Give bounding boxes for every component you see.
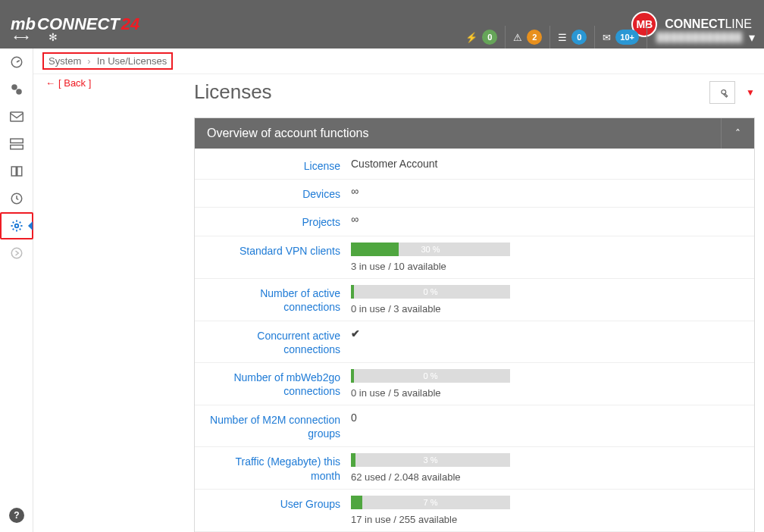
label-web2go: Number of mbWeb2go connections xyxy=(207,369,351,398)
svg-rect-3 xyxy=(11,112,23,121)
svg-point-8 xyxy=(11,248,22,258)
sidebar-server[interactable] xyxy=(0,130,33,158)
sidebar-clock[interactable] xyxy=(0,185,33,212)
breadcrumb-current: In Use/Licenses xyxy=(97,55,168,67)
page-header: Licenses ▼ xyxy=(194,74,755,117)
sidebar-book[interactable] xyxy=(0,158,33,185)
sub-user-groups: 17 in use / 255 available xyxy=(351,514,742,525)
alert-icon: ⚠ xyxy=(513,32,522,43)
bar-active-conn: 0 % xyxy=(351,285,510,299)
topbar: mb CONNECT 24 MB CONNECTLINE ⟷ ⚡ 0 ⚠ 2 xyxy=(0,0,764,49)
row-active-conn: Number of active connections 0 % 0 in us… xyxy=(195,278,754,321)
bar-user-groups: 7 % xyxy=(351,496,510,509)
value-license: Customer Account xyxy=(351,158,742,170)
bar-vpn-pct: 30 % xyxy=(351,243,510,256)
label-devices: Devices xyxy=(207,186,351,201)
label-vpn: Standard VPN clients xyxy=(207,243,351,258)
status-inbox-badge: 0 xyxy=(571,30,587,45)
sub-web2go: 0 in use / 5 available xyxy=(351,387,742,399)
svg-rect-4 xyxy=(11,139,23,142)
sidebar-mail[interactable] xyxy=(0,103,33,130)
svg-point-2 xyxy=(16,89,22,95)
status-group: ⚡ 0 ⚠ 2 ☰ 0 ✉ 10+ xyxy=(458,26,647,49)
bolt-icon: ⚡ xyxy=(465,32,478,43)
wrench-icon xyxy=(716,86,728,99)
settings-button[interactable] xyxy=(709,81,735,104)
sidebar-dashboard[interactable] xyxy=(0,49,33,76)
sidebar-more[interactable] xyxy=(0,239,33,267)
value-m2m: 0 xyxy=(351,412,742,424)
bar-active-conn-pct: 0 % xyxy=(351,285,510,299)
sidebar: ? xyxy=(0,49,33,532)
row-traffic: Traffic (Megabyte) this month 3 % 62 use… xyxy=(195,446,754,489)
overview-panel: Overview of account functions ˄ License … xyxy=(194,117,755,532)
sidebar-help[interactable]: ? xyxy=(0,508,33,523)
chevron-up-icon: ˄ xyxy=(735,127,741,139)
chevron-down-icon: ▾ xyxy=(749,30,755,45)
value-projects: ∞ xyxy=(351,214,742,224)
panel-header: Overview of account functions ˄ xyxy=(195,118,754,149)
sub-active-conn: 0 in use / 3 available xyxy=(351,303,742,315)
panel-collapse[interactable]: ˄ xyxy=(721,118,754,149)
row-license: License Customer Account xyxy=(195,152,754,179)
row-devices: Devices ∞ xyxy=(195,179,754,207)
topbar-lower: ⟷ ⚡ 0 ⚠ 2 ☰ 0 ✉ 10+ xyxy=(0,26,764,49)
value-concurrent: ✔ xyxy=(351,327,742,340)
bar-web2go: 0 % xyxy=(351,369,510,383)
label-projects: Projects xyxy=(207,214,351,229)
svg-point-1 xyxy=(11,84,17,90)
status-inbox[interactable]: ☰ 0 xyxy=(550,26,594,49)
svg-point-7 xyxy=(15,224,19,228)
status-mail[interactable]: ✉ 10+ xyxy=(594,26,647,49)
back-label: [ Back ] xyxy=(58,77,91,89)
sub-traffic: 62 used / 2.048 available xyxy=(351,471,742,483)
breadcrumb-bar: System › In Use/Licenses xyxy=(33,49,764,74)
svg-rect-5 xyxy=(11,146,23,149)
sidebar-system[interactable] xyxy=(0,212,33,239)
row-m2m: Number of M2M connection groups 0 xyxy=(195,405,754,446)
status-alert[interactable]: ⚠ 2 xyxy=(505,26,550,49)
chevron-right-icon: › xyxy=(87,55,90,67)
row-vpn: Standard VPN clients 30 % 3 in use / 10 … xyxy=(195,236,754,278)
user-name: ████████████ xyxy=(656,32,743,42)
spinner-icon xyxy=(49,31,58,43)
back-link[interactable]: [ Back ] xyxy=(45,77,91,89)
status-bolt-badge: 0 xyxy=(482,30,497,45)
breadcrumb: System › In Use/Licenses xyxy=(42,52,173,70)
bar-user-groups-pct: 7 % xyxy=(351,496,510,509)
sub-vpn: 3 in use / 10 available xyxy=(351,261,742,272)
bar-vpn: 30 % xyxy=(351,243,510,256)
row-concurrent: Concurrent active connections ✔ xyxy=(195,321,754,362)
page-menu-caret[interactable]: ▼ xyxy=(746,87,755,98)
label-concurrent: Concurrent active connections xyxy=(207,327,351,356)
sidebar-gears[interactable] xyxy=(0,76,33,103)
status-bolt[interactable]: ⚡ 0 xyxy=(458,26,505,49)
label-user-groups: User Groups xyxy=(207,496,351,511)
status-mail-badge: 10+ xyxy=(615,30,639,45)
value-devices: ∞ xyxy=(351,186,742,196)
inbox-icon: ☰ xyxy=(558,32,567,43)
help-icon: ? xyxy=(9,508,24,523)
label-license: License xyxy=(207,158,351,173)
panel-title: Overview of account functions xyxy=(207,127,368,140)
label-m2m: Number of M2M connection groups xyxy=(207,412,351,440)
resize-icon[interactable]: ⟷ xyxy=(14,31,29,43)
row-web2go: Number of mbWeb2go connections 0 % 0 in … xyxy=(195,362,754,405)
label-traffic: Traffic (Megabyte) this month xyxy=(207,453,351,482)
status-alert-badge: 2 xyxy=(527,30,542,45)
breadcrumb-system[interactable]: System xyxy=(49,55,81,67)
row-projects: Projects ∞ xyxy=(195,207,754,235)
bar-web2go-pct: 0 % xyxy=(351,369,510,383)
bar-traffic-pct: 3 % xyxy=(351,453,510,467)
page-title: Licenses xyxy=(194,80,272,104)
mail-icon: ✉ xyxy=(603,32,611,43)
row-user-groups: User Groups 7 % 17 in use / 255 availabl… xyxy=(195,489,754,531)
bar-traffic: 3 % xyxy=(351,453,510,467)
user-menu[interactable]: ████████████ ▾ xyxy=(647,26,764,49)
main-content: Licenses ▼ Overview of account functions… xyxy=(194,74,755,532)
label-active-conn: Number of active connections xyxy=(207,285,351,314)
